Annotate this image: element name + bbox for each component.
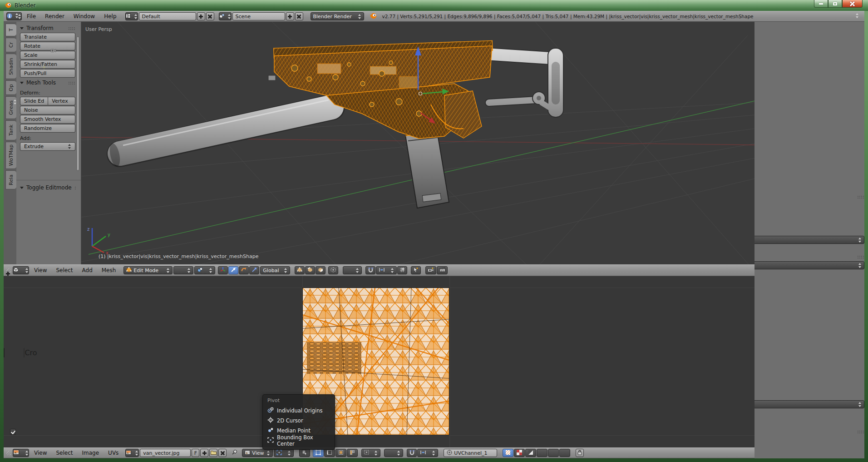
- shrink-fatten-button[interactable]: Shrink/Fatten: [20, 60, 75, 69]
- draw-red-channel-button[interactable]: [537, 449, 547, 457]
- transform-panel-header[interactable]: Transform: [20, 24, 75, 33]
- uv-view-mode-select[interactable]: View: [242, 449, 273, 457]
- menu-view[interactable]: View: [30, 450, 51, 456]
- slide-vertex-button[interactable]: Vertex: [48, 97, 75, 105]
- pin-button[interactable]: [230, 449, 238, 457]
- uv-edge-select-button[interactable]: [324, 449, 335, 457]
- toggle-editmode-panel-header[interactable]: Toggle Editmode: [20, 183, 76, 192]
- border-checkbox[interactable]: [4, 348, 5, 358]
- snap-target-button[interactable]: [397, 266, 407, 274]
- uv-face-select-button[interactable]: [335, 449, 346, 457]
- fake-user-button[interactable]: F: [192, 449, 199, 457]
- manipulator-translate-button[interactable]: [228, 266, 238, 274]
- snap-toggle-button[interactable]: [365, 266, 375, 274]
- snap-element-select[interactable]: [376, 266, 397, 274]
- lock-button[interactable]: [576, 449, 584, 457]
- proportional-edit-select[interactable]: [343, 266, 362, 274]
- extrude-button[interactable]: Extrude: [20, 142, 75, 151]
- unlink-image-button[interactable]: [218, 449, 227, 457]
- menu-image[interactable]: Image: [78, 450, 104, 456]
- panel-grip-icon[interactable]: [857, 195, 864, 199]
- uv-editor[interactable]: [4, 276, 755, 447]
- menu-render[interactable]: Render: [41, 13, 69, 20]
- uv-pivot-select[interactable]: [274, 449, 294, 457]
- editor-type-button[interactable]: [13, 266, 29, 274]
- draw-blue-channel-button[interactable]: [559, 449, 570, 457]
- menu-select[interactable]: Select: [52, 450, 77, 456]
- face-select-mode-button[interactable]: [316, 266, 326, 274]
- mesh-tools-panel-header[interactable]: Mesh Tools: [20, 78, 75, 87]
- menu-item-2d-cursor[interactable]: 2D Cursor: [263, 416, 335, 426]
- editor-type-button[interactable]: [13, 449, 29, 457]
- panel-grip-icon[interactable]: [74, 186, 76, 189]
- menu-add[interactable]: Add: [78, 267, 97, 273]
- uv-proportional-edit-select[interactable]: [384, 449, 403, 457]
- smooth-vertex-button[interactable]: Smooth Vertex: [20, 115, 75, 124]
- uv-island-select-button[interactable]: [347, 449, 358, 457]
- panel-grip-icon[interactable]: [857, 430, 864, 433]
- viewport-3d[interactable]: User Persp (1) |kriss_vector|vis|kriss_v…: [81, 22, 755, 264]
- menu-item-bounding-box-center[interactable]: Bounding Box Center: [263, 436, 335, 446]
- scene-name[interactable]: Scene: [232, 12, 285, 20]
- vertex-select-mode-button[interactable]: [295, 266, 305, 274]
- panel-grip-icon[interactable]: [68, 27, 75, 30]
- screen-layout-icon-button[interactable]: [125, 12, 138, 20]
- region-corner-grip[interactable]: [6, 451, 11, 455]
- tab-relations[interactable]: Rela: [5, 170, 16, 189]
- uv-sync-selection-button[interactable]: [299, 449, 310, 457]
- editor-type-button[interactable]: [6, 12, 22, 20]
- minimize-button[interactable]: [814, 0, 828, 8]
- scale-button[interactable]: Scale: [20, 51, 75, 60]
- manipulator-axis-button[interactable]: [218, 266, 228, 274]
- add-scene-button[interactable]: [286, 12, 294, 20]
- uv-snap-toggle-button[interactable]: [407, 449, 417, 457]
- noise-button[interactable]: Noise: [20, 106, 75, 114]
- panel-grip-icon[interactable]: [857, 255, 864, 258]
- viewport-shading-select[interactable]: [173, 266, 193, 274]
- translate-button[interactable]: Translate: [20, 33, 75, 41]
- menu-select[interactable]: Select: [52, 267, 77, 273]
- anti-aliasing-checkbox[interactable]: [10, 429, 16, 435]
- close-button[interactable]: [842, 0, 863, 8]
- tab-options[interactable]: Op: [5, 80, 16, 95]
- opengl-render-anim-button[interactable]: [437, 266, 448, 274]
- slide-edge-button[interactable]: Slide Ed: [20, 97, 48, 105]
- draw-green-channel-button[interactable]: [548, 449, 559, 457]
- edge-select-mode-button[interactable]: [305, 266, 315, 274]
- tab-create[interactable]: Cr: [5, 38, 16, 52]
- image-name-field[interactable]: van_vector.jpg: [140, 449, 191, 457]
- limit-to-visible-button[interactable]: [328, 266, 338, 274]
- new-image-button[interactable]: [200, 449, 208, 457]
- menu-help[interactable]: Help: [100, 13, 120, 20]
- alpha-checker-button[interactable]: [514, 449, 525, 457]
- tab-tank[interactable]: Tank: [5, 120, 16, 140]
- rotate-button[interactable]: Rotate: [20, 42, 75, 50]
- snap-peel-button[interactable]: [411, 266, 421, 274]
- transform-orientation-select[interactable]: Global: [260, 266, 290, 274]
- open-image-button[interactable]: [209, 449, 217, 457]
- push-pull-button[interactable]: Push/Pull: [20, 69, 75, 78]
- menu-window[interactable]: Window: [69, 13, 99, 20]
- menu-uvs[interactable]: UVs: [104, 450, 123, 456]
- menu-item-individual-origins[interactable]: Individual Origins: [263, 406, 335, 416]
- menu-mesh[interactable]: Mesh: [98, 267, 120, 273]
- uv-vertex-select-button[interactable]: [313, 449, 324, 457]
- add-layout-button[interactable]: [197, 12, 205, 20]
- tab-tools[interactable]: T: [5, 24, 16, 36]
- panel-grip-icon[interactable]: [68, 81, 75, 84]
- menu-file[interactable]: File: [23, 13, 40, 20]
- screen-layout-name[interactable]: Default: [139, 12, 196, 20]
- manipulator-scale-button[interactable]: [249, 266, 259, 274]
- uv-snap-element-select[interactable]: [417, 449, 438, 457]
- scene-icon-button[interactable]: [219, 12, 232, 20]
- render-engine-select[interactable]: Blender Render: [311, 12, 364, 20]
- mode-select[interactable]: Edit Mode: [123, 266, 173, 274]
- pivot-point-select[interactable]: [194, 266, 215, 274]
- delete-layout-button[interactable]: [206, 12, 214, 20]
- uv-display-stretch-button[interactable]: [503, 449, 513, 457]
- window-titlebar[interactable]: Blender: [0, 0, 868, 11]
- randomize-button[interactable]: Randomize: [20, 124, 75, 133]
- delete-scene-button[interactable]: [295, 12, 303, 20]
- sticky-selection-select[interactable]: [361, 449, 380, 457]
- maximize-button[interactable]: [828, 0, 842, 8]
